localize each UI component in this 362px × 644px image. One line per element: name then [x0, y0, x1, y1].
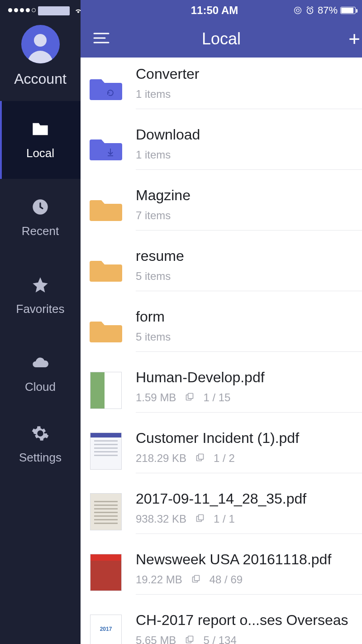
row-subtitle: 938.32 KB1 / 1 [136, 513, 362, 525]
row-title: Magzine [136, 187, 362, 204]
row-title: Converter [136, 66, 362, 82]
wifi-icon [73, 6, 83, 14]
gear-icon [31, 424, 49, 442]
row-subtitle: 1 items [136, 88, 362, 101]
pdf-thumbnail: 2017 [90, 615, 122, 644]
signal-dots-icon [8, 8, 36, 12]
row-body: CH-2017 report o...ses Overseas5.65 MB5 … [136, 611, 362, 644]
row-subtitle: 1 items [136, 149, 362, 161]
page-count: 48 / 69 [210, 573, 243, 586]
item-count: 5 items [136, 270, 171, 283]
item-count: 7 items [136, 209, 171, 222]
pdf-thumbnail [89, 553, 123, 592]
row-subtitle: 5.65 MB5 / 134 [136, 634, 362, 644]
svg-rect-9 [199, 515, 204, 520]
account-label: Account [14, 71, 67, 87]
pdf-thumbnail [90, 372, 122, 409]
row-body: Magzine7 items [136, 186, 362, 231]
sidebar-item-cloud[interactable]: Cloud [0, 335, 81, 413]
svg-point-1 [38, 431, 43, 436]
sidebar-item-label: Cloud [25, 380, 56, 394]
row-body: Download1 items [136, 125, 362, 170]
row-subtitle: 7 items [136, 209, 362, 222]
sidebar-item-local[interactable]: Local [0, 101, 81, 179]
sidebar: Account Local Recent Favorite [0, 0, 81, 644]
file-size: 5.65 MB [136, 634, 176, 644]
row-subtitle: 5 items [136, 331, 362, 343]
row-title: resume [136, 248, 362, 264]
page-count: 1 / 2 [214, 452, 235, 465]
pages-icon [195, 452, 205, 465]
row-subtitle: 218.29 KB1 / 2 [136, 452, 362, 465]
svg-rect-11 [194, 576, 199, 581]
add-button[interactable]: + [348, 29, 360, 49]
account-button[interactable]: Account [0, 20, 81, 101]
pdf-thumbnail [89, 371, 123, 410]
folder-sync-icon [89, 72, 123, 102]
file-list[interactable]: Converter1 itemsDownload1 itemsMagzine7 … [81, 58, 362, 644]
row-title: Human-Develop.pdf [136, 369, 362, 386]
svg-rect-13 [188, 636, 193, 642]
file-size: 1.59 MB [136, 391, 176, 404]
file-row[interactable]: Human-Develop.pdf1.59 MB1 / 15 [81, 360, 362, 421]
row-body: Customer Incident (1).pdf218.29 KB1 / 2 [136, 429, 362, 473]
row-body: 2017-09-11_14_28_35.pdf938.32 KB1 / 1 [136, 490, 362, 534]
folder-row[interactable]: Converter1 items [81, 58, 362, 117]
folder-icon [89, 254, 123, 284]
folder-download-icon [89, 133, 123, 163]
avatar-icon [21, 25, 60, 63]
status-time: 11:50 AM [191, 4, 238, 17]
row-body: resume5 items [136, 247, 362, 291]
statusbar: 11:50 AM 87% [81, 0, 362, 20]
row-title: 2017-09-11_14_28_35.pdf [136, 490, 362, 507]
pdf-thumbnail [89, 492, 123, 531]
sidebar-item-label: Favorites [16, 302, 65, 316]
page-count: 1 / 1 [214, 513, 235, 525]
hamburger-icon [92, 31, 110, 45]
pages-icon [195, 513, 205, 525]
folder-row[interactable]: form5 items [81, 299, 362, 360]
sidebar-item-settings[interactable]: Settings [0, 413, 81, 476]
file-row[interactable]: 2017CH-2017 report o...ses Overseas5.65 … [81, 603, 362, 644]
item-count: 5 items [136, 331, 171, 343]
carrier-label [38, 6, 70, 15]
folder-icon [89, 315, 123, 345]
row-body: Human-Develop.pdf1.59 MB1 / 15 [136, 368, 362, 413]
row-subtitle: 1.59 MB1 / 15 [136, 391, 362, 404]
item-count: 1 items [136, 149, 171, 161]
sidebar-item-label: Settings [19, 451, 62, 465]
row-body: Converter1 items [136, 66, 362, 109]
file-row[interactable]: Customer Incident (1).pdf218.29 KB1 / 2 [81, 421, 362, 481]
folder-row[interactable]: resume5 items [81, 239, 362, 299]
row-body: Newsweek USA 20161118.pdf19.22 MB48 / 69 [136, 550, 362, 595]
svg-point-2 [294, 7, 301, 14]
file-row[interactable]: Newsweek USA 20161118.pdf19.22 MB48 / 69 [81, 542, 362, 603]
pdf-thumbnail [89, 432, 123, 471]
sidebar-nav: Local Recent Favorites Cloud [0, 101, 81, 644]
row-title: Customer Incident (1).pdf [136, 430, 362, 447]
folder-row[interactable]: Magzine7 items [81, 178, 362, 239]
page-count: 5 / 134 [203, 634, 236, 644]
menu-button[interactable] [92, 31, 110, 47]
sidebar-item-favorites[interactable]: Favorites [0, 257, 81, 335]
row-subtitle: 19.22 MB48 / 69 [136, 573, 362, 586]
topbar: Local + [81, 20, 362, 58]
folder-icon [31, 120, 49, 138]
row-title: CH-2017 report o...ses Overseas [136, 612, 362, 629]
page-title: Local [202, 29, 241, 48]
page-count: 1 / 15 [203, 391, 230, 404]
file-size: 938.32 KB [136, 513, 186, 525]
folder-icon [89, 193, 123, 223]
svg-rect-7 [199, 454, 204, 460]
row-title: Download [136, 126, 362, 143]
alarm-icon [305, 5, 315, 15]
row-subtitle: 5 items [136, 270, 362, 283]
folder-row[interactable]: Download1 items [81, 117, 362, 178]
svg-rect-5 [188, 394, 193, 399]
battery-percent: 87% [318, 5, 338, 16]
file-size: 19.22 MB [136, 573, 182, 586]
item-count: 1 items [136, 88, 171, 101]
pages-icon [185, 634, 194, 644]
sidebar-item-recent[interactable]: Recent [0, 179, 81, 257]
file-row[interactable]: 2017-09-11_14_28_35.pdf938.32 KB1 / 1 [81, 481, 362, 542]
